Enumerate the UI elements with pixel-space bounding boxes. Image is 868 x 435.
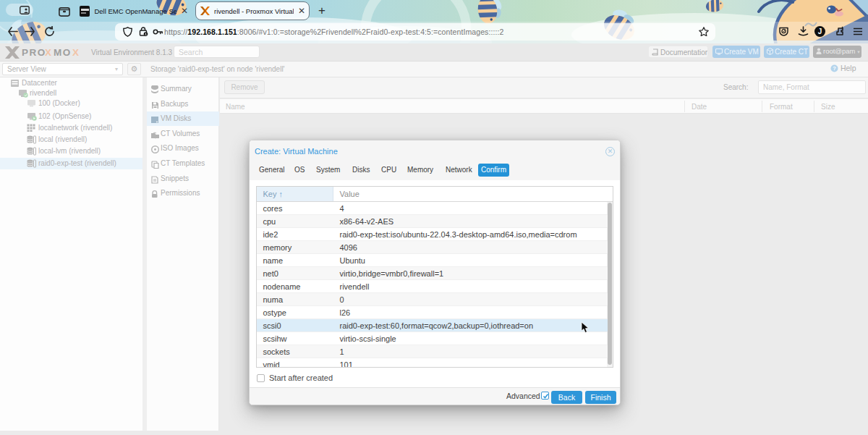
svg-text:?: ? bbox=[833, 65, 836, 72]
svg-text:X: X bbox=[45, 47, 51, 58]
svg-text:MO: MO bbox=[54, 47, 72, 58]
svg-text:PRO: PRO bbox=[22, 47, 46, 58]
svg-text:X: X bbox=[72, 47, 79, 58]
